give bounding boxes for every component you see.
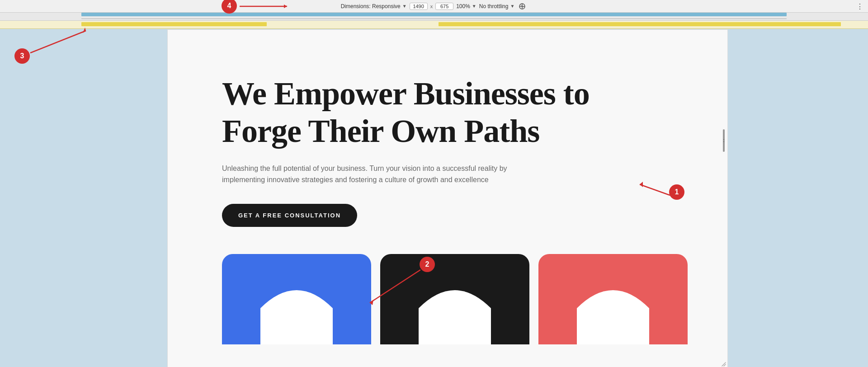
- width-input[interactable]: [410, 3, 428, 10]
- annotation-2: 2: [420, 257, 435, 272]
- ruler-blue: [0, 13, 868, 21]
- card-coral-arch: [538, 254, 688, 344]
- ruler-yellow-bar-right: [439, 22, 841, 26]
- hero-subtitle: Unleashing the full potential of your bu…: [222, 163, 547, 186]
- toolbar-more[interactable]: ⋮: [856, 2, 864, 10]
- card-blue: [222, 254, 371, 344]
- dimensions-selector[interactable]: Dimensions: Responsive ▼: [341, 3, 407, 9]
- card-black: [380, 254, 529, 344]
- hero-section: We Empower Businesses to Forge Their Own…: [222, 57, 691, 344]
- throttling-label: No throttling: [479, 3, 509, 9]
- throttling-control[interactable]: No throttling ▼: [479, 3, 515, 9]
- zoom-dropdown-icon[interactable]: ▼: [472, 4, 476, 9]
- card-black-arch: [380, 254, 529, 344]
- annotation-3: 3: [14, 48, 30, 64]
- throttling-dropdown-icon[interactable]: ▼: [510, 4, 514, 9]
- ruler-yellow-bar-left: [81, 22, 267, 26]
- ruler-blue-bar: [81, 13, 787, 16]
- webpage-preview: We Empower Businesses to Forge Their Own…: [167, 29, 728, 367]
- toolbar-center: Dimensions: Responsive ▼ x 100% ▼ No thr…: [341, 1, 528, 11]
- more-options-icon[interactable]: ⋮: [856, 2, 864, 10]
- cta-button[interactable]: GET A FREE CONSULTATION: [222, 204, 357, 227]
- card-blue-arch: [222, 254, 371, 344]
- hero-title: We Empower Businesses to Forge Their Own…: [222, 75, 629, 150]
- resize-handle[interactable]: [720, 361, 727, 367]
- dimensions-label: Dimensions: Responsive: [341, 3, 401, 9]
- canvas-area: We Empower Businesses to Forge Their Own…: [0, 29, 868, 367]
- annotation-1: 1: [669, 184, 684, 200]
- card-coral: [538, 254, 688, 344]
- ruler-yellow: [0, 21, 868, 29]
- zoom-control[interactable]: 100% ▼: [456, 3, 476, 9]
- x-separator: x: [430, 4, 433, 9]
- network-icon[interactable]: [517, 1, 527, 11]
- scrollbar-handle[interactable]: [723, 129, 725, 152]
- dimensions-dropdown-icon[interactable]: ▼: [402, 4, 407, 9]
- height-input[interactable]: [435, 3, 453, 10]
- devtools-toolbar: Dimensions: Responsive ▼ x 100% ▼ No thr…: [0, 0, 868, 13]
- zoom-label: 100%: [456, 3, 470, 9]
- cards-row: [222, 254, 691, 344]
